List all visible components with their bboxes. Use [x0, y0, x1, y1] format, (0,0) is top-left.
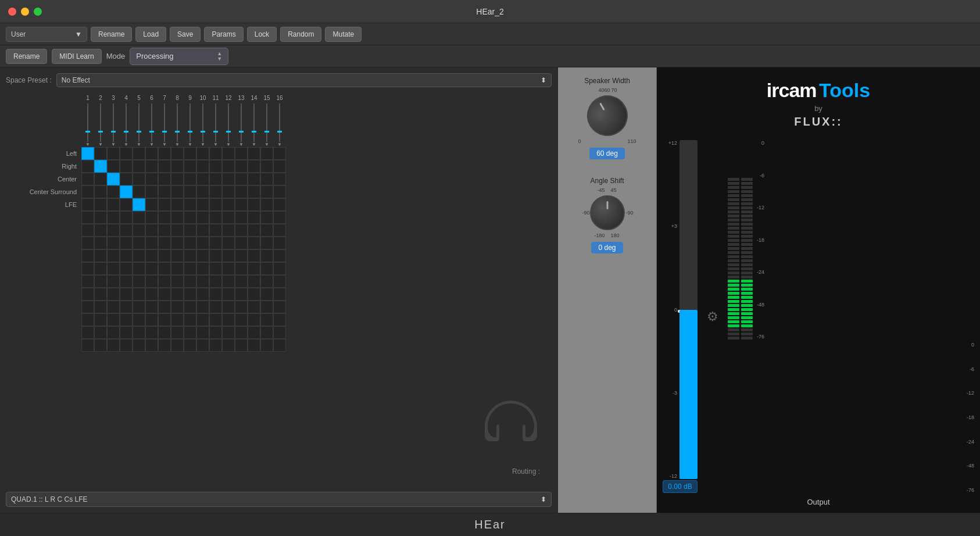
- grid-cell-14-5[interactable]: [145, 326, 158, 339]
- grid-cell-5-6[interactable]: [158, 211, 171, 224]
- grid-cell-7-3[interactable]: [120, 237, 133, 249]
- grid-cell-1-4[interactable]: [133, 160, 145, 173]
- grid-cell-7-1[interactable]: [94, 237, 107, 249]
- grid-cell-14-11[interactable]: [222, 326, 235, 339]
- output-fader-track[interactable]: [679, 140, 698, 479]
- grid-cell-14-15[interactable]: [273, 326, 286, 339]
- grid-cell-12-15[interactable]: [273, 301, 286, 313]
- grid-cell-14-12[interactable]: [235, 326, 248, 339]
- grid-cell-8-14[interactable]: [260, 249, 273, 262]
- grid-cell-15-2[interactable]: [107, 339, 120, 352]
- grid-cell-2-0[interactable]: [81, 173, 94, 185]
- grid-cell-11-12[interactable]: [235, 288, 248, 301]
- grid-cell-12-5[interactable]: [145, 301, 158, 313]
- grid-cell-15-13[interactable]: [248, 339, 260, 352]
- grid-cell-0-12[interactable]: [235, 147, 248, 160]
- grid-cell-11-10[interactable]: [209, 288, 222, 301]
- grid-cell-10-1[interactable]: [94, 275, 107, 288]
- grid-cell-11-4[interactable]: [133, 288, 145, 301]
- grid-cell-4-6[interactable]: [158, 198, 171, 211]
- grid-cell-6-11[interactable]: [222, 224, 235, 237]
- grid-cell-8-13[interactable]: [248, 249, 260, 262]
- grid-cell-3-5[interactable]: [145, 185, 158, 198]
- grid-cell-0-8[interactable]: [184, 147, 196, 160]
- grid-cell-6-13[interactable]: [248, 224, 260, 237]
- fader-col-9[interactable]: ▼: [184, 103, 196, 147]
- channel-select[interactable]: QUAD.1 :: L R C Cs LFE ⬍: [6, 492, 552, 507]
- grid-cell-8-0[interactable]: [81, 249, 94, 262]
- grid-cell-2-15[interactable]: [273, 173, 286, 185]
- fader-col-2[interactable]: ▼: [94, 103, 107, 147]
- fader-col-15[interactable]: ▼: [260, 103, 273, 147]
- grid-cell-8-15[interactable]: [273, 249, 286, 262]
- fader-col-16[interactable]: ▼: [273, 103, 286, 147]
- minimize-button[interactable]: [21, 8, 29, 16]
- grid-cell-14-10[interactable]: [209, 326, 222, 339]
- grid-cell-0-15[interactable]: [273, 147, 286, 160]
- grid-cell-13-4[interactable]: [133, 313, 145, 326]
- grid-cell-15-1[interactable]: [94, 339, 107, 352]
- grid-cell-2-3[interactable]: [120, 173, 133, 185]
- grid-cell-1-12[interactable]: [235, 160, 248, 173]
- grid-cell-6-8[interactable]: [184, 224, 196, 237]
- grid-cell-14-6[interactable]: [158, 326, 171, 339]
- grid-cell-11-15[interactable]: [273, 288, 286, 301]
- grid-cell-9-1[interactable]: [94, 262, 107, 275]
- grid-cell-1-2[interactable]: [107, 160, 120, 173]
- grid-cell-6-7[interactable]: [171, 224, 184, 237]
- grid-cell-12-4[interactable]: [133, 301, 145, 313]
- grid-cell-7-10[interactable]: [209, 237, 222, 249]
- grid-cell-3-2[interactable]: [107, 185, 120, 198]
- grid-cell-3-14[interactable]: [260, 185, 273, 198]
- grid-cell-7-4[interactable]: [133, 237, 145, 249]
- grid-cell-15-11[interactable]: [222, 339, 235, 352]
- grid-cell-6-2[interactable]: [107, 224, 120, 237]
- grid-cell-10-10[interactable]: [209, 275, 222, 288]
- grid-cell-0-5[interactable]: [145, 147, 158, 160]
- grid-cell-14-7[interactable]: [171, 326, 184, 339]
- grid-cell-11-8[interactable]: [184, 288, 196, 301]
- grid-cell-6-5[interactable]: [145, 224, 158, 237]
- grid-cell-1-9[interactable]: [196, 160, 209, 173]
- load-button[interactable]: Load: [135, 27, 166, 42]
- grid-cell-9-12[interactable]: [235, 262, 248, 275]
- grid-cell-3-6[interactable]: [158, 185, 171, 198]
- angle-shift-knob[interactable]: [590, 195, 625, 230]
- grid-cell-14-14[interactable]: [260, 326, 273, 339]
- grid-cell-0-13[interactable]: [248, 147, 260, 160]
- grid-cell-5-4[interactable]: [133, 211, 145, 224]
- grid-cell-5-3[interactable]: [120, 211, 133, 224]
- grid-cell-1-15[interactable]: [273, 160, 286, 173]
- grid-cell-12-6[interactable]: [158, 301, 171, 313]
- grid-cell-10-13[interactable]: [248, 275, 260, 288]
- grid-cell-15-9[interactable]: [196, 339, 209, 352]
- grid-cell-9-4[interactable]: [133, 262, 145, 275]
- grid-cell-13-12[interactable]: [235, 313, 248, 326]
- grid-cell-2-13[interactable]: [248, 173, 260, 185]
- grid-cell-4-4[interactable]: [133, 198, 145, 211]
- space-preset-select[interactable]: No Effect ⬍: [56, 73, 552, 87]
- grid-cell-8-6[interactable]: [158, 249, 171, 262]
- grid-cell-8-2[interactable]: [107, 249, 120, 262]
- grid-cell-1-1[interactable]: [94, 160, 107, 173]
- grid-cell-13-2[interactable]: [107, 313, 120, 326]
- speaker-width-value[interactable]: 60 deg: [589, 148, 625, 159]
- grid-cell-12-13[interactable]: [248, 301, 260, 313]
- grid-cell-15-8[interactable]: [184, 339, 196, 352]
- grid-cell-11-13[interactable]: [248, 288, 260, 301]
- grid-cell-5-1[interactable]: [94, 211, 107, 224]
- grid-cell-9-8[interactable]: [184, 262, 196, 275]
- grid-cell-0-9[interactable]: [196, 147, 209, 160]
- grid-cell-2-14[interactable]: [260, 173, 273, 185]
- grid-cell-13-15[interactable]: [273, 313, 286, 326]
- midi-learn-button[interactable]: MIDI Learn: [52, 49, 101, 64]
- grid-cell-2-2[interactable]: [107, 173, 120, 185]
- fader-col-3[interactable]: ▼: [107, 103, 120, 147]
- grid-cell-13-6[interactable]: [158, 313, 171, 326]
- routing-grid[interactable]: [81, 147, 552, 352]
- grid-cell-2-9[interactable]: [196, 173, 209, 185]
- grid-cell-9-6[interactable]: [158, 262, 171, 275]
- grid-cell-7-7[interactable]: [171, 237, 184, 249]
- grid-cell-11-5[interactable]: [145, 288, 158, 301]
- grid-cell-12-10[interactable]: [209, 301, 222, 313]
